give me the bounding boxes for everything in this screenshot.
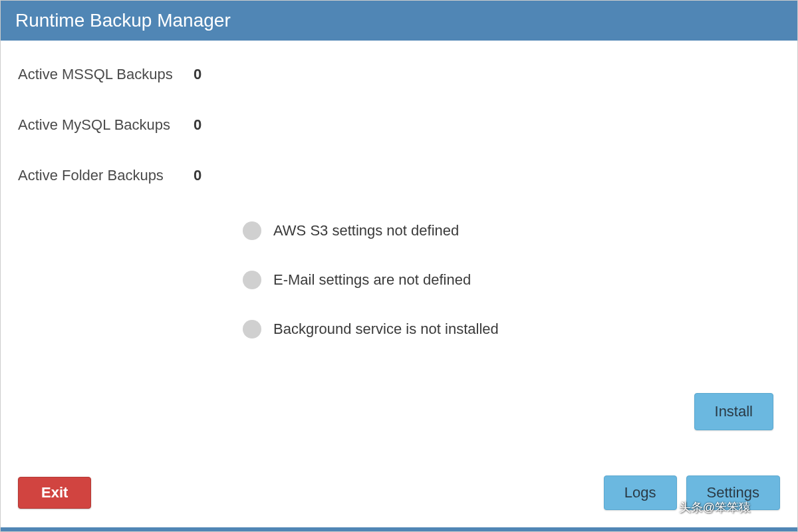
status-indicator-icon xyxy=(243,221,261,240)
right-button-group: Logs Settings xyxy=(604,475,780,510)
stat-label-mssql: Active MSSQL Backups xyxy=(18,66,191,83)
bottom-border-decoration xyxy=(1,527,797,531)
stat-label-mysql: Active MySQL Backups xyxy=(18,116,191,134)
install-button[interactable]: Install xyxy=(694,393,773,430)
status-text-service: Background service is not installed xyxy=(273,321,499,338)
window-title: Runtime Backup Manager xyxy=(15,10,231,31)
stat-row-mssql: Active MSSQL Backups 0 xyxy=(18,66,780,83)
status-row-aws: AWS S3 settings not defined xyxy=(243,221,780,240)
exit-button[interactable]: Exit xyxy=(18,477,91,509)
window-titlebar: Runtime Backup Manager xyxy=(1,1,797,41)
logs-button[interactable]: Logs xyxy=(604,475,677,510)
settings-button[interactable]: Settings xyxy=(686,475,781,510)
status-text-email: E-Mail settings are not defined xyxy=(273,271,471,289)
stat-value-mysql: 0 xyxy=(194,116,201,134)
stat-value-mssql: 0 xyxy=(194,66,201,83)
status-indicator-icon xyxy=(243,271,261,289)
status-section: AWS S3 settings not defined E-Mail setti… xyxy=(243,221,780,338)
stat-row-mysql: Active MySQL Backups 0 xyxy=(18,116,780,134)
status-row-email: E-Mail settings are not defined xyxy=(243,271,780,289)
main-content: Active MSSQL Backups 0 Active MySQL Back… xyxy=(1,41,797,529)
stat-label-folder: Active Folder Backups xyxy=(18,167,191,184)
stat-row-folder: Active Folder Backups 0 xyxy=(18,167,780,184)
footer-buttons: Exit Logs Settings xyxy=(1,475,797,510)
stat-value-folder: 0 xyxy=(194,167,201,184)
status-text-aws: AWS S3 settings not defined xyxy=(273,222,459,239)
status-row-service: Background service is not installed xyxy=(243,320,780,338)
status-indicator-icon xyxy=(243,320,261,338)
stats-section: Active MSSQL Backups 0 Active MySQL Back… xyxy=(18,66,780,184)
